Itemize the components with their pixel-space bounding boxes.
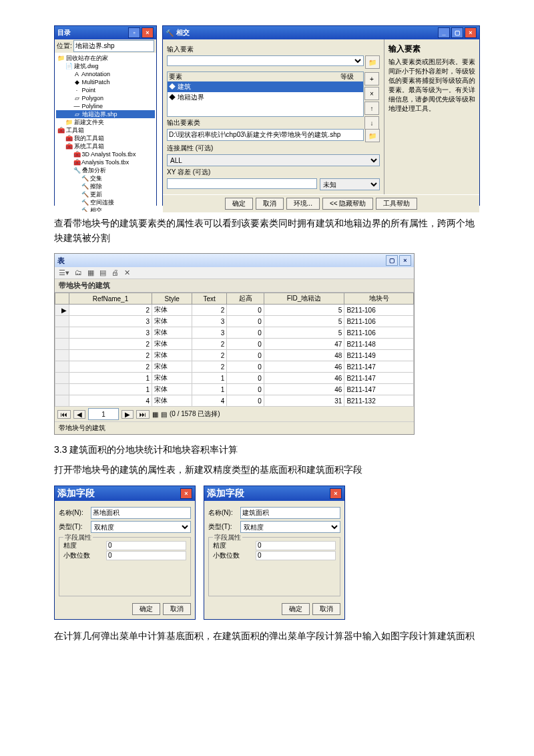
cancel-button[interactable]: 取消 (163, 603, 191, 615)
tree-node[interactable]: 🔨 擦除 (56, 182, 155, 190)
dock-icon[interactable]: ▢ (386, 255, 398, 266)
up-icon[interactable]: ↑ (364, 102, 379, 115)
minimize-icon[interactable]: _ (438, 27, 450, 38)
precision-value[interactable]: 0 (256, 541, 336, 550)
tree-node[interactable]: 🔨 更新 (56, 190, 155, 198)
precision-label: 精度 (213, 541, 256, 550)
env-button[interactable]: 环境... (286, 198, 320, 210)
nav-position[interactable] (88, 408, 119, 420)
feature-row[interactable]: ◆ 建筑 (168, 81, 363, 92)
intersect-title-bar: 🔨 相交 _ ▢ × (163, 26, 479, 39)
tree-node[interactable]: — Polyline (56, 102, 155, 110)
tree-node[interactable]: ◆ MultiPatch (56, 78, 155, 86)
scale-value[interactable]: 0 (256, 551, 336, 560)
table-header[interactable]: 地块号 (344, 293, 414, 305)
toolbar-icon[interactable]: 🗂 (73, 268, 83, 277)
tree-node[interactable]: 📄 建筑.dwg (56, 62, 155, 70)
table-row[interactable]: 2宋体2048B211-149 (55, 350, 414, 361)
output-browse-button[interactable]: 📁 (365, 129, 380, 142)
feature-row[interactable]: ◆ 地籍边界 (168, 92, 363, 103)
table-row[interactable]: 3宋体305B211-106 (55, 327, 414, 339)
ok-button[interactable]: 确定 (225, 198, 253, 210)
tree-node[interactable]: 🔨 相交 (56, 206, 155, 212)
down-icon[interactable]: ↓ (364, 116, 379, 130)
cancel-button[interactable]: 取消 (312, 603, 340, 615)
table-grid[interactable]: RefName_1StyleText起高FID_地籍边地块号▶2宋体205B21… (55, 293, 414, 407)
tree-node[interactable]: A Annotation (56, 70, 155, 78)
catalog-tree[interactable]: 📁 回收站存在的家📄 建筑.dwgA Annotation◆ MultiPatc… (55, 53, 156, 212)
cancel-button[interactable]: 取消 (256, 198, 284, 210)
xy-unit-combo[interactable]: 未知 (320, 178, 380, 190)
join-combo[interactable]: ALL (167, 154, 380, 166)
close-icon[interactable]: × (180, 488, 192, 499)
table-row[interactable]: 3宋体305B211-106 (55, 316, 414, 327)
toolbar-icon[interactable]: ▦ (86, 268, 95, 277)
table-header[interactable]: Style (152, 293, 192, 305)
feat-col-rank: 等级 (340, 72, 363, 81)
close-icon[interactable]: × (330, 488, 342, 499)
table-header[interactable]: FID_地籍边 (264, 293, 344, 305)
ok-button[interactable]: 确定 (132, 603, 160, 615)
hide-help-button[interactable]: << 隐藏帮助 (322, 198, 373, 210)
remove-icon[interactable]: × (364, 87, 379, 100)
first-button[interactable]: ⏮ (57, 410, 71, 419)
toolbar-icon[interactable]: ☰▾ (57, 268, 71, 277)
tool-icon: 🔨 (166, 29, 174, 37)
scale-value[interactable]: 0 (106, 551, 186, 560)
tree-node[interactable]: 🧰 我的工具箱 (56, 134, 155, 142)
tree-node[interactable]: 🔧 叠加分析 (56, 166, 155, 174)
type-combo[interactable]: 双精度 (91, 521, 191, 533)
browse-button[interactable]: 📁 (365, 55, 380, 69)
tree-node[interactable]: ▱ 地籍边界.shp (56, 110, 155, 118)
table-header[interactable]: Text (192, 293, 227, 305)
ok-button[interactable]: 确定 (282, 603, 310, 615)
prev-button[interactable]: ◀ (73, 410, 85, 419)
name-input[interactable] (91, 507, 191, 519)
view-toggle-icon[interactable]: ▦ (152, 411, 158, 418)
tree-node[interactable]: 🧰 3D Analyst Tools.tbx (56, 150, 155, 158)
tree-node[interactable]: · Point (56, 86, 155, 94)
table-header[interactable]: RefName_1 (69, 293, 152, 305)
name-input[interactable] (240, 507, 340, 519)
table-header[interactable]: 起高 (227, 293, 264, 305)
toolbar-icon[interactable]: 🖨 (110, 268, 120, 277)
tree-node[interactable]: 🧰 系统工具箱 (56, 142, 155, 150)
tree-node[interactable]: 🧰 工具箱 (56, 126, 155, 134)
output-path[interactable]: D:\现状容积率统计\chp03\新建文件夹\带地块号的建筑.shp (167, 129, 364, 141)
toolbar-icon[interactable]: ▤ (98, 268, 107, 277)
next-button[interactable]: ▶ (121, 410, 134, 419)
features-list[interactable]: 要素 等级 ◆ 建筑◆ 地籍边界 + × ↑ ↓ (167, 71, 364, 117)
table-row[interactable]: 2宋体2046B211-147 (55, 361, 414, 373)
tree-node[interactable]: 📁 新建文件夹 (56, 118, 155, 126)
table-row[interactable]: 1宋体1046B211-147 (55, 384, 414, 395)
tool-help-button[interactable]: 工具帮助 (376, 198, 417, 210)
table-header[interactable] (55, 293, 69, 305)
close-icon[interactable]: × (142, 27, 154, 38)
add-field-row: 添加字段× 名称(N): 类型(T):双精度 字段属性 精度0 小数位数0 确定… (54, 486, 480, 620)
position-input[interactable] (73, 40, 154, 52)
toolbar-icon[interactable]: ✕ (123, 268, 131, 277)
maximize-icon[interactable]: ▢ (451, 27, 463, 38)
table-row[interactable]: 4宋体4031B211-132 (55, 395, 414, 407)
view-toggle-icon[interactable]: ▤ (161, 411, 167, 418)
precision-value[interactable]: 0 (106, 541, 186, 550)
pin-icon[interactable]: ▫ (128, 27, 140, 38)
close-icon[interactable]: × (465, 27, 477, 38)
table-row[interactable]: 2宋体2047B211-148 (55, 339, 414, 350)
add-icon[interactable]: + (364, 72, 379, 85)
tree-node[interactable]: ▱ Polygon (56, 94, 155, 102)
position-label: 位置: (57, 41, 72, 51)
table-footer-tab[interactable]: 带地块号的建筑 (55, 421, 414, 434)
name-label: 名称(N): (208, 508, 238, 518)
tree-node[interactable]: 🔨 空间连接 (56, 198, 155, 206)
tree-node[interactable]: 🧰 Analysis Tools.tbx (56, 158, 155, 166)
table-row[interactable]: ▶2宋体205B211-106 (55, 305, 414, 316)
tree-node[interactable]: 📁 回收站存在的家 (56, 54, 155, 62)
table-row[interactable]: 1宋体1046B211-147 (55, 373, 414, 384)
xy-input[interactable] (167, 178, 317, 189)
input-features-combo[interactable] (167, 55, 364, 66)
close-icon[interactable]: × (399, 255, 411, 266)
type-combo[interactable]: 双精度 (240, 521, 340, 533)
last-button[interactable]: ⏭ (136, 410, 150, 419)
tree-node[interactable]: 🔨 交集 (56, 174, 155, 182)
